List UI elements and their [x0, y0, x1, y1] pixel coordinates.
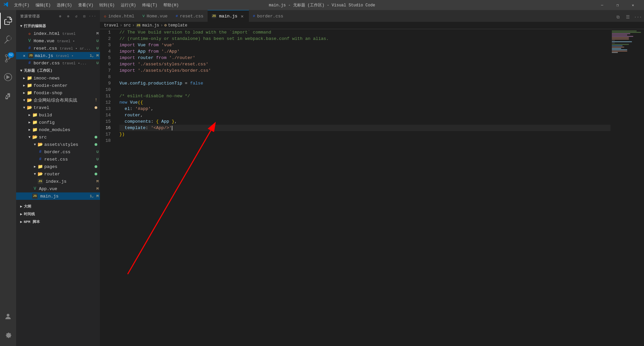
tab-label: border.css: [257, 14, 283, 19]
tab-close-button[interactable]: ✕: [239, 13, 245, 19]
open-file-border-css[interactable]: # border.css travel •... U: [16, 59, 100, 67]
folder-node-modules[interactable]: ▶ 📁 node_modules: [16, 126, 100, 133]
sidebar-header-actions: ⊕ ⊕ ↺ ⊟ ···: [57, 13, 96, 19]
folder-foodie-shop[interactable]: ▶ 📁 foodie-shop: [16, 89, 100, 97]
tab-index-html[interactable]: ◇ index.html: [100, 10, 139, 22]
line-numbers: 1 2 3 4 5 6 7 8 9 10 11 12 13 14 15 16 1: [100, 29, 117, 346]
tab-css2-icon: #: [253, 14, 255, 18]
activity-search[interactable]: [0, 32, 16, 48]
folder-foodie-center[interactable]: ▶ 📁 foodie-center: [16, 82, 100, 89]
breadcrumb-mainjs[interactable]: main.js: [142, 23, 159, 28]
activity-run[interactable]: [0, 69, 16, 85]
code-line-18: [119, 137, 610, 144]
folder-config[interactable]: ▶ 📁 config: [16, 119, 100, 126]
activity-extensions[interactable]: [0, 88, 16, 104]
sidebar-header: 资源管理器 ⊕ ⊕ ↺ ⊟ ···: [16, 10, 100, 22]
file-router-index-js[interactable]: JS index.js M: [16, 178, 100, 185]
npm-label: NPM 脚本: [24, 219, 40, 224]
open-editors-label: 打开的编辑器: [24, 23, 46, 28]
collapse-all-button[interactable]: ⊟: [81, 13, 88, 19]
timeline-section[interactable]: ▶ 时间线: [16, 210, 100, 218]
open-file-main-js[interactable]: ✕ JS main.js travel • 1, M: [16, 52, 100, 59]
close-button[interactable]: ✕: [625, 0, 641, 10]
breadcrumb-travel[interactable]: travel: [104, 23, 118, 28]
sidebar: 资源管理器 ⊕ ⊕ ↺ ⊟ ··· ▼ 打开的编辑器 ◇ index.html …: [16, 10, 100, 346]
tab-label: Home.vue: [147, 14, 167, 19]
minimap: [610, 29, 644, 346]
file-border-css[interactable]: # border.css U: [16, 148, 100, 156]
activity-source-control[interactable]: 52: [0, 50, 16, 66]
folder-router[interactable]: ▼ 📂 router: [16, 170, 100, 178]
file-reset-css[interactable]: # reset.css U: [16, 156, 100, 163]
open-editors-arrow: ▼: [20, 24, 22, 28]
maximize-button[interactable]: ❐: [610, 0, 625, 10]
menu-view[interactable]: 查看(V): [75, 2, 96, 9]
tab-border-css[interactable]: # border.css: [249, 10, 287, 22]
workspace-section[interactable]: ▼ 无标题 (工作区): [16, 67, 100, 74]
activity-explorer[interactable]: [0, 13, 16, 29]
code-line-2: // (runtime-only or standalone) has been…: [119, 36, 610, 42]
file-app-vue[interactable]: V App.vue M: [16, 185, 100, 192]
window-controls: — ❐ ✕: [594, 0, 641, 10]
toggle-sidebar-button[interactable]: ☰: [623, 12, 633, 22]
menu-edit[interactable]: 编辑(E): [33, 2, 54, 9]
minimap-content: [610, 29, 644, 55]
folder-pages[interactable]: ▶ 📁 pages: [16, 163, 100, 170]
menu-help[interactable]: 帮助(H): [161, 2, 181, 9]
css-file-icon: #: [27, 46, 32, 51]
folder-icon: 📁: [27, 83, 32, 88]
new-folder-button[interactable]: ⊕: [65, 13, 72, 19]
tab-css-icon: #: [176, 14, 178, 18]
close-file-icon[interactable]: ✕: [21, 53, 27, 58]
menu-terminal[interactable]: 终端(T): [140, 2, 160, 9]
breadcrumb-template[interactable]: template: [168, 23, 187, 28]
open-editors-section[interactable]: ▼ 打开的编辑器: [16, 22, 100, 30]
tab-reset-css[interactable]: # reset.css: [172, 10, 208, 22]
folder-icon: 📁: [27, 75, 32, 81]
open-file-index-html[interactable]: ◇ index.html travel M: [16, 30, 100, 37]
folder-icon: 📁: [38, 164, 43, 169]
folder-build[interactable]: ▶ 📁 build: [16, 111, 100, 119]
refresh-button[interactable]: ↺: [73, 13, 80, 19]
tab-home-vue[interactable]: V Home.vue: [139, 10, 172, 22]
more-actions-button[interactable]: ···: [89, 13, 96, 19]
activity-settings[interactable]: [0, 327, 16, 343]
breadcrumb-js-icon: JS: [136, 23, 141, 27]
code-editor[interactable]: 1 2 3 4 5 6 7 8 9 10 11 12 13 14 15 16 1: [100, 29, 644, 346]
folder-imooc-news[interactable]: ▶ 📁 imooc-news: [16, 74, 100, 82]
more-tabs-button[interactable]: ···: [633, 12, 643, 22]
file-main-js[interactable]: JS main.js 1, M: [16, 192, 100, 200]
outline-section[interactable]: ▶ 大纲: [16, 203, 100, 210]
code-content[interactable]: // The Vue build version to load with th…: [117, 29, 610, 346]
folder-router-icon: 📂: [38, 171, 43, 177]
npm-section[interactable]: ▶ NPM 脚本: [16, 218, 100, 226]
sidebar-title: 资源管理器: [20, 14, 40, 19]
folder-enterprise[interactable]: ▼ 📂 企业网站综合布局实战 !: [16, 97, 100, 104]
menu-select[interactable]: 选择(S): [54, 2, 75, 9]
open-file-reset-css[interactable]: # reset.css travel • sr... U: [16, 45, 100, 52]
folder-arrow: ▶: [27, 120, 32, 125]
folder-arrow: ▶: [32, 164, 38, 169]
menu-file[interactable]: 文件(F): [11, 2, 32, 9]
folder-arrow: ▶: [21, 75, 27, 81]
folder-src[interactable]: ▼ 📂 src: [16, 133, 100, 141]
folder-assets-styles[interactable]: ▼ 📂 assets\styles: [16, 141, 100, 148]
tab-main-js[interactable]: JS main.js ✕: [208, 10, 249, 22]
new-file-button[interactable]: ⊕: [57, 13, 64, 19]
breadcrumb-src[interactable]: src: [123, 23, 131, 28]
activity-account[interactable]: [0, 308, 16, 325]
split-editor-button[interactable]: ⧉: [613, 12, 623, 22]
menu-run[interactable]: 运行(R): [118, 2, 139, 9]
open-file-home-vue[interactable]: V Home.vue travel • U: [16, 37, 100, 45]
folder-src-icon: 📂: [32, 134, 38, 140]
minimize-button[interactable]: —: [594, 0, 610, 10]
code-line-14: router,: [119, 112, 610, 118]
code-line-9: Vue.config.productionTip = false: [119, 80, 610, 86]
folder-travel[interactable]: ▼ 📂 travel: [16, 104, 100, 111]
folder-icon: 📁: [32, 120, 38, 125]
menu-bar: 文件(F) 编辑(E) 选择(S) 查看(V) 转到(G) 运行(R) 终端(T…: [11, 2, 181, 9]
sidebar-scroll[interactable]: ▼ 打开的编辑器 ◇ index.html travel M V Home.vu…: [16, 22, 100, 346]
menu-goto[interactable]: 转到(G): [97, 2, 117, 9]
tab-actions: ⧉ ☰ ···: [613, 12, 644, 22]
activity-bar: 52: [0, 10, 16, 346]
